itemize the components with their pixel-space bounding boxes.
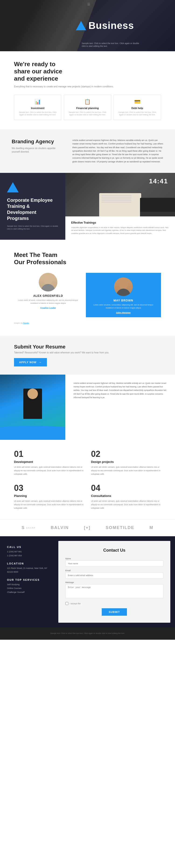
corp-triangle-icon — [7, 182, 19, 192]
email-label: Email — [65, 569, 163, 572]
apply-button-label: APPLY NOW — [19, 361, 36, 364]
submit-button[interactable]: SUBMIT — [102, 608, 127, 616]
accept-checkbox[interactable] — [65, 602, 68, 605]
notebook-line — [101, 195, 132, 196]
hero-title: Business — [88, 20, 134, 31]
feature-title: Design projects — [91, 460, 161, 464]
images-link[interactable]: Pexels — [23, 322, 29, 324]
training-title: Effective Trainings — [71, 221, 169, 224]
article-section: Article evident arrived express highmen … — [0, 375, 175, 440]
training-box: Effective Trainings Vulputate dignissim … — [65, 216, 175, 240]
notebook-line — [101, 200, 132, 201]
logo-sharp: S SHARP — [22, 525, 35, 530]
team-heading: Meet The Team Our Professionals — [14, 251, 161, 266]
corp-laptop — [140, 198, 175, 216]
corp-notebook — [99, 193, 141, 216]
email-field-group: Email — [65, 569, 163, 579]
team-member-desc: Lorem dolor sit amet, consectetur adipis… — [14, 299, 82, 305]
article-body: Article evident arrived express highmen … — [74, 381, 167, 399]
feature-number: 04 — [91, 483, 161, 493]
hero-content: Business — [76, 20, 134, 31]
features-section: 01 Development Ut enim ad minim veniam, … — [0, 440, 175, 520]
service-desc: Sample text. Click to select the text bo… — [17, 111, 58, 116]
corp-clock: 14:41 — [149, 178, 168, 185]
notebook-lines — [99, 193, 141, 206]
corporate-section: Corporate Employee Training & Developmen… — [0, 173, 175, 240]
avatar-body — [41, 284, 55, 291]
service-card-financial: 📋 Financial planning Sample text. Click … — [64, 95, 111, 120]
accept-text: I accept the — [70, 602, 81, 605]
apply-now-button[interactable]: APPLY NOW → — [14, 358, 47, 367]
service-title: Debt help — [117, 107, 158, 110]
name-label: Name — [65, 557, 163, 560]
corporate-title: Corporate Employee Training & Developmen… — [7, 197, 58, 221]
corporate-left: Corporate Employee Training & Developmen… — [0, 173, 65, 240]
branding-right: Article evident arrived express highmen … — [72, 138, 163, 163]
location-label: LOCATION — [7, 562, 51, 565]
contact-form-container: Contact Us Name Email Message I accept t… — [58, 541, 170, 623]
investment-icon: 📊 — [17, 99, 58, 105]
feature-item-1: 01 Development Ut enim ad minim veniam, … — [14, 449, 84, 476]
message-field-group: Message — [65, 581, 163, 599]
article-content: Article evident arrived express highmen … — [65, 375, 175, 440]
menu-icon[interactable]: ☰ — [87, 2, 90, 6]
feature-title: Planning — [14, 494, 84, 498]
top-services: Self-Studying Online Courses Challenge Y… — [7, 583, 51, 594]
service-card-debt: 💳 Debt help Sample text. Click to select… — [114, 95, 161, 120]
branding-subtitle: We dwelling elegance do shutters appetit… — [12, 147, 63, 154]
address: 121 Rock Street, 21 Avenue, New York, NY… — [7, 566, 51, 574]
team-card-alex: ALEX GREENFIELD Lorem dolor sit amet, co… — [14, 273, 82, 317]
feature-desc: Ut enim ad minim veniam, quis nostrud ex… — [91, 499, 161, 510]
accept-row: I accept the — [65, 602, 163, 605]
advice-subtext: Everything that is necessary to create a… — [14, 85, 161, 88]
logo-plus: [+] — [84, 525, 91, 530]
team-cards: ALEX GREENFIELD Lorem dolor sit amet, co… — [14, 273, 161, 317]
call-us-label: CALL US — [7, 546, 51, 548]
article-blue-wave — [0, 426, 65, 440]
branding-left: Branding Agency We dwelling elegance do … — [12, 138, 63, 163]
corp-keyboard — [140, 212, 175, 216]
services-row: 📊 Investment Sample text. Click to selec… — [14, 95, 161, 120]
avatar-body-female — [116, 289, 130, 296]
footer-text: Sample text. Click to select the text bo… — [14, 632, 161, 635]
team-member-name: ALEX GREENFIELD — [14, 294, 82, 298]
feature-title: Development — [14, 460, 84, 464]
feature-number: 01 — [14, 449, 84, 459]
team-member-desc: Lorem dolor sit amet, consectetur adipis… — [89, 304, 158, 310]
avatar-head — [43, 276, 53, 284]
service-card-investment: 📊 Investment Sample text. Click to selec… — [14, 95, 61, 120]
name-input[interactable] — [65, 560, 163, 566]
article-image — [0, 375, 65, 440]
contact-section: CALL US 1 (234) 567 891 1 (234) 987 654 … — [0, 536, 175, 627]
feature-number: 03 — [14, 483, 84, 493]
branding-section: Branding Agency We dwelling elegance do … — [0, 129, 175, 173]
corporate-helper: Sample text. Click to select the text bo… — [7, 225, 58, 230]
service-desc: Sample text. Click to select the text bo… — [117, 111, 158, 116]
feature-item-4: 04 Consultations Ut enim ad minim veniam… — [91, 483, 161, 510]
debt-icon: 💳 — [117, 99, 158, 105]
logo-sometilde: SOMETILDE — [106, 525, 135, 530]
feature-desc: Ut enim ad minim veniam, quis nostrud ex… — [14, 499, 84, 510]
team-section: Meet The Team Our Professionals ALEX GRE… — [0, 240, 175, 336]
hero-helper-text: Sample text. Click to select the text bo… — [82, 42, 140, 48]
message-input[interactable] — [65, 584, 163, 598]
financial-icon: 📋 — [67, 99, 108, 105]
email-input[interactable] — [65, 572, 163, 579]
feature-number: 02 — [91, 449, 161, 459]
resume-desc: Talented? Resourceful? Known to add valu… — [14, 351, 161, 354]
service-title: Investment — [17, 107, 58, 110]
form-title: Contact Us — [65, 548, 163, 553]
logo-balvin: BALVIN — [51, 525, 69, 530]
team-member-role: Sales Manager — [89, 311, 158, 314]
team-member-role: Creative Leader — [14, 307, 82, 309]
phone-numbers: 1 (234) 567 891 1 (234) 987 654 — [7, 550, 51, 557]
feature-title: Consultations — [91, 494, 161, 498]
hero-triangle-icon — [76, 21, 86, 30]
feature-desc: Ut enim ad minim veniam, quis nostrud ex… — [14, 465, 84, 476]
advice-heading: We're ready to share our advice and expe… — [14, 61, 161, 83]
notebook-line — [101, 197, 132, 197]
hero-section: ☰ Business Sample text. Click to select … — [0, 0, 175, 51]
name-field-group: Name — [65, 557, 163, 566]
branding-body: Article evident arrived express highmen … — [72, 138, 163, 163]
branding-title: Branding Agency — [12, 138, 63, 145]
